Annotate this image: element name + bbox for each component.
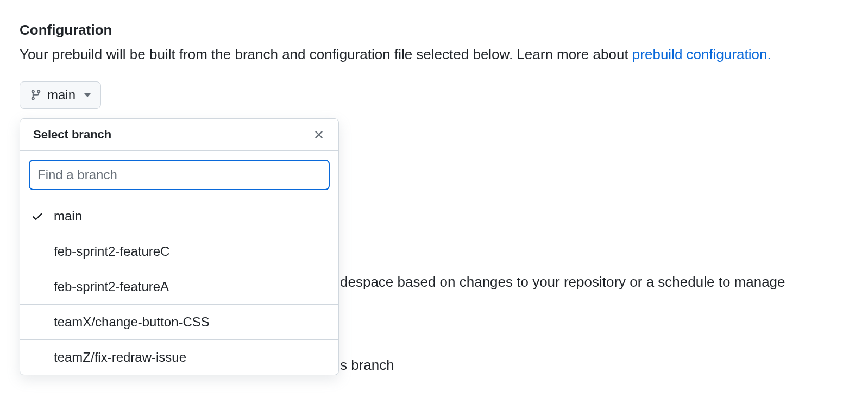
branch-name: feb-sprint2-featureA xyxy=(54,279,169,294)
branch-list: main feb-sprint2-featureC feb-sprint2-fe… xyxy=(20,199,338,375)
check-icon xyxy=(31,210,44,223)
caret-down-icon xyxy=(84,93,91,97)
branch-item-feb-sprint2-featurea[interactable]: feb-sprint2-featureA xyxy=(20,269,338,304)
branch-name: teamZ/fix-redraw-issue xyxy=(54,350,186,365)
close-icon[interactable] xyxy=(312,128,325,141)
description-text: Your prebuild will be built from the bra… xyxy=(20,46,632,62)
branch-item-teamz-fix-redraw-issue[interactable]: teamZ/fix-redraw-issue xyxy=(20,339,338,375)
branch-button-label: main xyxy=(47,87,76,103)
dropdown-title: Select branch xyxy=(33,128,111,142)
branch-item-feb-sprint2-featurec[interactable]: feb-sprint2-featureC xyxy=(20,234,338,269)
branch-dropdown: Select branch main feb-sprint2-featureC xyxy=(20,118,339,375)
dropdown-search-container xyxy=(20,151,338,199)
check-slot xyxy=(31,210,54,223)
branch-name: main xyxy=(54,209,82,224)
branch-item-main[interactable]: main xyxy=(20,199,338,234)
branch-selector-button[interactable]: main xyxy=(20,81,101,109)
branch-item-teamx-change-button-css[interactable]: teamX/change-button-CSS xyxy=(20,304,338,339)
branch-search-input[interactable] xyxy=(29,160,330,190)
branch-name: teamX/change-button-CSS xyxy=(54,314,210,330)
configuration-title: Configuration xyxy=(20,22,848,39)
git-branch-icon xyxy=(30,89,42,101)
configuration-description: Your prebuild will be built from the bra… xyxy=(20,44,848,65)
branch-name: feb-sprint2-featureC xyxy=(54,244,169,259)
prebuild-config-link[interactable]: prebuild configuration. xyxy=(632,46,771,62)
dropdown-header: Select branch xyxy=(20,119,338,151)
